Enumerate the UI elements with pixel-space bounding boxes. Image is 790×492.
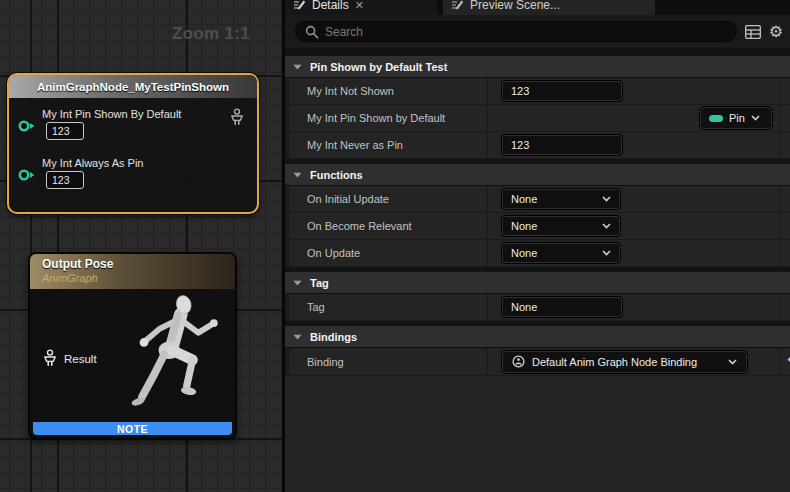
details-tab-icon <box>293 0 306 11</box>
tab-bar: Details ✕ Preview Scene... <box>285 0 790 15</box>
search-input[interactable] <box>325 25 727 39</box>
search-box[interactable] <box>295 21 737 42</box>
on-update-dropdown[interactable]: None <box>502 243 620 263</box>
tag-input[interactable] <box>502 297 622 317</box>
unreal-editor-window: Zoom 1:1 AnimGraphNode_MyTestPinShown My… <box>0 0 790 492</box>
output-pose-node-body: Result NOTE <box>30 289 235 438</box>
on-become-relevant-dropdown[interactable]: None <box>502 216 620 236</box>
pin-value-input[interactable] <box>46 171 84 189</box>
property-row-tag: Tag <box>285 294 790 321</box>
property-label: Binding <box>290 348 488 375</box>
property-row-on-update: On Update None <box>285 240 790 267</box>
details-panel: Details ✕ Preview Scene... <box>285 0 790 492</box>
property-label: My Int Pin Shown by Default <box>290 105 488 131</box>
pin-mode-dropdown[interactable]: Pin <box>700 107 772 129</box>
int-pin-icon[interactable] <box>18 119 36 133</box>
category-functions[interactable]: Functions <box>285 159 790 186</box>
my-int-never-as-pin-input[interactable] <box>502 135 622 155</box>
pose-watch-pin-icon[interactable] <box>229 108 245 127</box>
details-empty-area <box>285 376 790 492</box>
pin-label: My Int Pin Shown By Default <box>42 108 181 120</box>
output-pose-node-header[interactable]: Output Pose AnimGraph <box>30 254 235 289</box>
pin-value-input[interactable] <box>46 122 84 140</box>
pose-result-pin-icon[interactable] <box>42 349 58 368</box>
result-pin-label: Result <box>64 353 97 365</box>
node-title: Output Pose <box>42 257 235 271</box>
preview-scene-tab-icon <box>451 0 464 11</box>
chevron-down-icon <box>293 172 302 178</box>
property-label: On Become Relevant <box>290 213 488 239</box>
display-filter-icon[interactable] <box>745 25 761 39</box>
chevron-down-icon <box>293 280 302 286</box>
chevron-down-icon <box>728 359 737 365</box>
my-int-not-shown-input[interactable] <box>502 81 622 101</box>
chevron-down-icon <box>602 250 611 256</box>
on-initial-update-dropdown[interactable]: None <box>502 189 620 209</box>
anim-graph-canvas[interactable]: Zoom 1:1 AnimGraphNode_MyTestPinShown My… <box>0 0 285 492</box>
chevron-down-icon <box>293 334 302 340</box>
property-label: My Int Not Shown <box>290 78 488 104</box>
node-note-bar[interactable]: NOTE <box>33 422 232 435</box>
binding-class-icon <box>512 355 525 368</box>
property-row-binding: Binding Default Anim Graph Node Binding … <box>285 348 790 376</box>
chevron-down-icon <box>293 64 302 70</box>
pin-icon <box>709 115 723 122</box>
property-label: On Initial Update <box>290 186 488 212</box>
category-tag[interactable]: Tag <box>285 267 790 294</box>
pin-label: My Int Always As Pin <box>42 157 143 169</box>
property-label: Tag <box>290 294 488 320</box>
node-title[interactable]: AnimGraphNode_MyTestPinShown <box>9 75 257 98</box>
tab-preview-scene[interactable]: Preview Scene... <box>443 0 655 15</box>
chevron-down-icon <box>602 196 611 202</box>
panel-divider[interactable] <box>282 0 285 492</box>
int-pin-icon[interactable] <box>18 168 36 182</box>
zoom-level-label: Zoom 1:1 <box>172 24 250 44</box>
property-row-on-initial-update: On Initial Update None <box>285 186 790 213</box>
category-pin-shown-by-default-test[interactable]: Pin Shown by Default Test <box>285 54 790 78</box>
property-label: My Int Never as Pin <box>290 132 488 158</box>
property-row-my-int-pin-shown-by-default: My Int Pin Shown by Default Pin <box>285 105 790 132</box>
tab-details[interactable]: Details ✕ <box>285 0 437 15</box>
details-toolbar: ⚙ <box>285 15 790 48</box>
binding-dropdown[interactable]: Default Anim Graph Node Binding <box>502 351 747 373</box>
chevron-down-icon <box>602 223 611 229</box>
node-subtitle: AnimGraph <box>42 272 235 284</box>
property-label: On Update <box>290 240 488 266</box>
category-bindings[interactable]: Bindings <box>285 321 790 348</box>
property-row-my-int-never-as-pin: My Int Never as Pin <box>285 132 790 159</box>
output-pose-node[interactable]: Output Pose AnimGraph <box>28 252 237 440</box>
close-tab-icon[interactable]: ✕ <box>355 0 364 12</box>
settings-gear-icon[interactable]: ⚙ <box>769 24 783 40</box>
anim-graph-node-mytestpinshown[interactable]: AnimGraphNode_MyTestPinShown My Int Pin … <box>7 73 259 214</box>
search-icon <box>305 25 319 39</box>
property-row-my-int-not-shown: My Int Not Shown <box>285 78 790 105</box>
chevron-down-icon <box>751 115 760 121</box>
running-mannequin-image <box>117 292 235 424</box>
property-row-on-become-relevant: On Become Relevant None <box>285 213 790 240</box>
